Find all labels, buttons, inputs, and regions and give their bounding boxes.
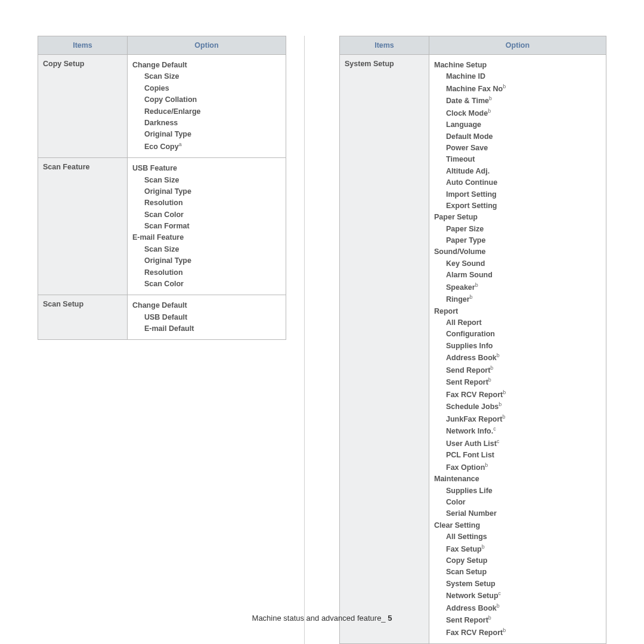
item-cell: Copy Setup — [38, 55, 128, 158]
option-list: Change DefaultUSB DefaultE-mail Default — [132, 300, 281, 335]
option-item: Scan Size — [132, 71, 281, 82]
option-item: Sent Reportb — [434, 376, 601, 389]
footnote-marker: b — [470, 294, 473, 300]
option-item: Reduce/Enlarge — [132, 106, 281, 117]
option-item: Original Type — [132, 186, 281, 197]
option-item: Original Type — [132, 129, 281, 140]
item-cell: Scan Feature — [38, 158, 128, 295]
option-item: Darkness — [132, 117, 281, 129]
option-item: Machine Fax Nob — [434, 83, 601, 95]
footnote-marker: b — [503, 389, 506, 395]
option-item: Scan Color — [132, 278, 281, 290]
option-item: Send Reportb — [434, 364, 601, 377]
option-item: Address Bookb — [434, 352, 601, 364]
option-item: JunkFax Reportb — [434, 413, 601, 426]
option-item: Address Bookb — [434, 602, 601, 615]
option-item: Date & Timeb — [434, 95, 601, 107]
option-list: USB FeatureScan SizeOriginal TypeResolut… — [132, 163, 281, 290]
option-item: System Setup — [434, 578, 601, 590]
option-item: E-mail Feature — [132, 232, 281, 243]
option-item: Import Setting — [434, 189, 601, 200]
page-content: Items Option Copy SetupChange DefaultSca… — [0, 0, 644, 644]
footer-text: Machine status and advanced feature_ — [252, 614, 388, 623]
footnote-marker: b — [490, 365, 493, 371]
option-item: Scan Setup — [434, 566, 601, 578]
option-item: Paper Setup — [434, 212, 601, 223]
option-item: Copy Setup — [434, 555, 601, 566]
item-cell: System Setup — [340, 55, 429, 644]
option-item: Supplies Info — [434, 340, 601, 352]
table-row: Scan SetupChange DefaultUSB DefaultE-mai… — [38, 295, 286, 340]
footnote-marker: b — [503, 83, 506, 89]
footnote-marker: b — [482, 544, 485, 550]
option-item: Scan Color — [132, 209, 281, 221]
option-item: Speakerb — [434, 281, 601, 294]
option-item: Schedule Jobsb — [434, 401, 601, 413]
option-cell: USB FeatureScan SizeOriginal TypeResolut… — [128, 158, 286, 295]
option-item: Change Default — [132, 60, 281, 71]
footnote-marker: c — [499, 590, 501, 596]
option-item: Eco Copya — [132, 141, 281, 153]
option-item: Machine Setup — [434, 60, 601, 71]
item-cell: Scan Setup — [38, 295, 128, 340]
option-item: Alarm Sound — [434, 270, 601, 281]
option-cell: Change DefaultUSB DefaultE-mail Default — [128, 295, 286, 340]
option-item: Fax RCV Reportb — [434, 389, 601, 401]
option-list: Change DefaultScan SizeCopiesCopy Collat… — [132, 60, 281, 153]
footnote-marker: c — [497, 438, 500, 444]
option-item: Scan Format — [132, 221, 281, 232]
footnote-marker: c — [493, 426, 496, 432]
option-item: Timeout — [434, 154, 601, 165]
footnote-marker: b — [497, 603, 500, 609]
option-item: Altitude Adj. — [434, 166, 601, 177]
right-column: Items Option System SetupMachine SetupMa… — [339, 36, 606, 644]
left-column: Items Option Copy SetupChange DefaultSca… — [38, 36, 305, 644]
right-table: Items Option System SetupMachine SetupMa… — [339, 36, 606, 644]
option-item: Copy Collation — [132, 94, 281, 106]
page-footer: Machine status and advanced feature_ 5 — [0, 614, 644, 623]
page-number: 5 — [388, 614, 392, 623]
option-item: All Settings — [434, 531, 601, 543]
option-item: Scan Size — [132, 175, 281, 186]
option-item: Resolution — [132, 197, 281, 209]
option-item: Resolution — [132, 267, 281, 278]
option-item: Fax RCV Reportb — [434, 627, 601, 639]
option-list: Machine SetupMachine IDMachine Fax NobDa… — [434, 60, 601, 639]
option-item: Supplies Life — [434, 485, 601, 497]
option-item: USB Feature — [132, 163, 281, 174]
option-cell: Change DefaultScan SizeCopiesCopy Collat… — [128, 55, 286, 158]
option-item: Report — [434, 306, 601, 317]
option-item: Network Setupc — [434, 590, 601, 602]
option-item: Fax Setupb — [434, 543, 601, 556]
option-item: Clear Setting — [434, 520, 601, 531]
footnote-marker: b — [502, 414, 505, 420]
option-item: Network Info.c — [434, 425, 601, 438]
option-item: Machine ID — [434, 71, 601, 82]
header-items: Items — [38, 36, 128, 55]
footnote-marker: b — [489, 95, 492, 101]
table-row: System SetupMachine SetupMachine IDMachi… — [340, 55, 606, 644]
table-row: Copy SetupChange DefaultScan SizeCopiesC… — [38, 55, 286, 158]
option-item: Default Mode — [434, 131, 601, 143]
footnote-marker: b — [485, 462, 488, 468]
footnote-marker: b — [497, 352, 500, 358]
option-item: Sound/Volume — [434, 246, 601, 258]
option-item: Color — [434, 497, 601, 508]
option-item: USB Default — [132, 312, 281, 323]
option-cell: Machine SetupMachine IDMachine Fax NobDa… — [429, 55, 606, 644]
footnote-marker: b — [503, 627, 506, 633]
footnote-marker: b — [475, 282, 478, 288]
option-item: Language — [434, 119, 601, 131]
option-item: Clock Modeb — [434, 107, 601, 120]
option-item: Copies — [132, 83, 281, 94]
option-item: Auto Continue — [434, 177, 601, 188]
option-item: User Auth Listc — [434, 438, 601, 450]
header-items: Items — [340, 36, 429, 55]
option-item: Configuration — [434, 329, 601, 340]
option-item: Paper Size — [434, 224, 601, 235]
option-item: PCL Font List — [434, 450, 601, 461]
footnote-marker: b — [488, 377, 491, 383]
table-row: Scan FeatureUSB FeatureScan SizeOriginal… — [38, 158, 286, 295]
option-item: Change Default — [132, 300, 281, 311]
option-item: Scan Size — [132, 244, 281, 255]
